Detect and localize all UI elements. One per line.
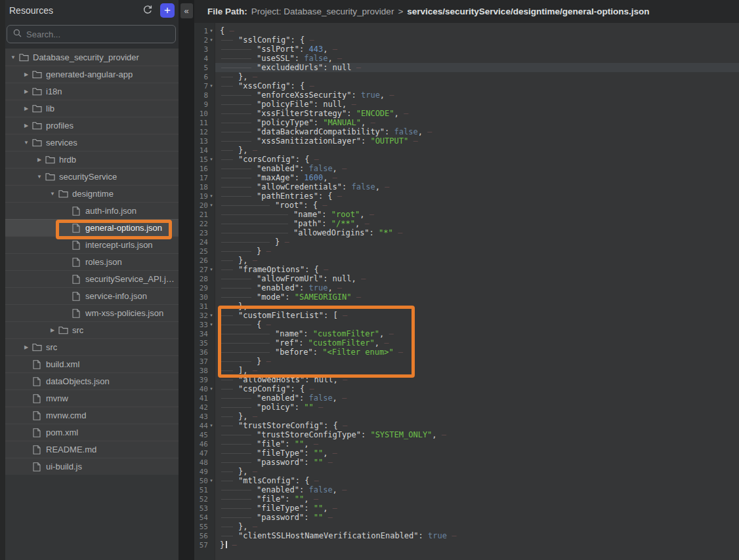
code-line-28[interactable]: "allowFromUrl": null, – — [215, 274, 739, 283]
tree-item-src[interactable]: ▶src — [5, 338, 179, 355]
chevron-right-icon[interactable]: ▶ — [34, 157, 45, 163]
tree-item-securityservice-api.json[interactable]: securityService_API.json — [5, 270, 179, 287]
code-line-14[interactable]: }, – — [215, 146, 739, 155]
chevron-down-icon[interactable]: ▼ — [8, 54, 18, 60]
chevron-down-icon[interactable]: ▼ — [21, 140, 32, 146]
code-line-47[interactable]: "fileType": "", – — [215, 449, 739, 458]
code-line-4[interactable]: "useSSL": false, – — [215, 54, 739, 63]
tree-item-roles.json[interactable]: roles.json — [5, 253, 179, 270]
code-line-23[interactable]: "allowedOrigins": "*" – — [215, 228, 739, 237]
code-line-7[interactable]: "xssConfig": { – — [215, 81, 739, 90]
code-line-2[interactable]: "sslConfig": { – — [215, 35, 739, 45]
code-line-41[interactable]: "enabled": false, – — [215, 393, 739, 403]
code-line-17[interactable]: "maxAge": 1600, – — [215, 173, 739, 182]
code-line-20[interactable]: "root": { – — [215, 201, 739, 210]
chevron-right-icon[interactable]: ▶ — [21, 106, 32, 111]
chevron-right-icon[interactable]: ▶ — [21, 123, 32, 129]
search-box[interactable] — [7, 25, 176, 43]
tree-item-build.xml[interactable]: build.xml — [5, 355, 179, 372]
code-line-1[interactable]: { – — [215, 26, 739, 35]
code-line-49[interactable]: }, – — [215, 467, 739, 476]
search-input[interactable] — [26, 30, 169, 39]
code-line-37[interactable]: } – — [215, 357, 739, 366]
tree-item-database-security-provider[interactable]: ▼Database_security_provider — [5, 49, 179, 66]
code-line-11[interactable]: "policyType": "MANUAL", – — [215, 118, 739, 127]
code-line-56[interactable]: "clientSSLHostNameVerificationEnabled": … — [215, 531, 739, 540]
tree-item-dataobjects.json[interactable]: dataObjects.json — [5, 372, 179, 390]
tree-item-hrdb[interactable]: ▶hrdb — [5, 151, 179, 168]
code-line-8[interactable]: "enforceXssSecurity": true, – — [215, 90, 739, 100]
chevron-right-icon[interactable]: ▶ — [21, 344, 32, 350]
tree-item-mvnw[interactable]: mvnw — [5, 390, 179, 407]
code-line-16[interactable]: "enabled": false, – — [215, 164, 739, 173]
tree-item-i18n[interactable]: ▶i18n — [5, 83, 179, 100]
code-line-15[interactable]: "corsConfig": { – — [215, 155, 739, 164]
code-line-52[interactable]: "file": "", – — [215, 494, 739, 504]
code-line-19[interactable]: "pathEntries": { – — [215, 191, 739, 201]
code-line-10[interactable]: "xssFilterStrategy": "ENCODE", – — [215, 109, 739, 118]
code-line-36[interactable]: "before": "<Filter enum>" – — [215, 348, 739, 357]
code-line-42[interactable]: "policy": "" – — [215, 403, 739, 412]
code-line-3[interactable]: "sslPort": 443, – — [215, 45, 739, 54]
code-line-21[interactable]: "name": "root", – — [215, 210, 739, 219]
tree-item-auth-info.json[interactable]: auth-info.json — [5, 202, 179, 219]
code-line-51[interactable]: "enabled": false, – — [215, 485, 739, 494]
collapse-panel-button[interactable]: « — [180, 3, 193, 18]
chevron-down-icon[interactable]: ▼ — [47, 191, 58, 197]
code-line-25[interactable]: } – — [215, 247, 739, 256]
code-line-33[interactable]: { – — [215, 320, 739, 329]
tree-item-ui-build.js[interactable]: ui-build.js — [5, 458, 179, 475]
code-line-38[interactable]: ], – — [215, 366, 739, 375]
code-line-44[interactable]: "trustStoreConfig": { – — [215, 421, 739, 430]
code-line-35[interactable]: "ref": "customFilter", – — [215, 338, 739, 348]
code-line-55[interactable]: }, – — [215, 522, 739, 531]
fold-icon[interactable]: ▾ — [208, 311, 215, 320]
fold-icon[interactable]: ▾ — [208, 201, 215, 210]
tree-item-securityservice[interactable]: ▼securityService — [5, 168, 179, 185]
tree-item-readme.md[interactable]: README.md — [5, 441, 179, 458]
fold-icon[interactable]: ▾ — [208, 81, 215, 90]
refresh-button[interactable] — [141, 4, 154, 17]
chevron-right-icon[interactable]: ▶ — [21, 71, 32, 77]
tree-item-wm-xss-policies.json[interactable]: wm-xss-policies.json — [5, 304, 179, 321]
code-pane[interactable]: { –"sslConfig": { –"sslPort": 443, –"use… — [215, 23, 739, 560]
add-resource-button[interactable]: + — [160, 3, 175, 18]
code-line-12[interactable]: "dataBackwardCompatibility": false, – — [215, 127, 739, 136]
code-line-18[interactable]: "allowCredentials": false, – — [215, 182, 739, 191]
code-line-31[interactable]: }, – — [215, 302, 739, 311]
fold-icon[interactable]: ▾ — [208, 265, 215, 274]
code-line-6[interactable]: }, – — [215, 72, 739, 81]
chevron-right-icon[interactable]: ▶ — [47, 327, 58, 333]
tree-item-general-options.json[interactable]: general-options.json — [5, 219, 179, 236]
fold-icon[interactable]: ▾ — [208, 35, 215, 45]
code-line-54[interactable]: "password": "" – — [215, 513, 739, 522]
code-line-48[interactable]: "password": "" – — [215, 458, 739, 467]
code-line-53[interactable]: "fileType": "", – — [215, 504, 739, 513]
code-line-40[interactable]: "cspConfig": { – — [215, 384, 739, 393]
tree-item-intercept-urls.json[interactable]: intercept-urls.json — [5, 236, 179, 253]
tree-item-designtime[interactable]: ▼designtime — [5, 185, 179, 202]
code-line-39[interactable]: "allowedHosts": null, – — [215, 375, 739, 384]
fold-icon[interactable]: ▾ — [208, 26, 215, 35]
code-line-57[interactable]: } – — [215, 540, 739, 550]
tree-item-profiles[interactable]: ▶profiles — [5, 117, 179, 134]
code-line-32[interactable]: "customFilterList": [ – — [215, 311, 739, 320]
code-line-50[interactable]: "mtlsConfig": { – — [215, 476, 739, 485]
code-line-29[interactable]: "enabled": true, – — [215, 283, 739, 292]
tree-item-pom.xml[interactable]: pom.xml — [5, 424, 179, 441]
code-line-46[interactable]: "file": "", – — [215, 439, 739, 449]
fold-icon[interactable]: ▾ — [208, 384, 215, 393]
fold-icon[interactable]: ▾ — [208, 320, 215, 329]
fold-icon[interactable]: ▾ — [208, 476, 215, 485]
tree-item-services[interactable]: ▼services — [5, 134, 179, 151]
code-line-9[interactable]: "policyFile": null, – — [215, 100, 739, 109]
fold-icon[interactable]: ▾ — [208, 421, 215, 430]
code-line-22[interactable]: "path": "/**", – — [215, 219, 739, 228]
code-line-43[interactable]: }, – — [215, 412, 739, 421]
code-line-13[interactable]: "xssSanitizationLayer": "OUTPUT" – — [215, 136, 739, 146]
tree-item-service-info.json[interactable]: service-info.json — [5, 287, 179, 304]
tree-item-generated-angular-app[interactable]: ▶generated-angular-app — [5, 66, 179, 83]
code-line-24[interactable]: } – — [215, 237, 739, 247]
tree-item-lib[interactable]: ▶lib — [5, 100, 179, 117]
chevron-down-icon[interactable]: ▼ — [34, 174, 45, 180]
